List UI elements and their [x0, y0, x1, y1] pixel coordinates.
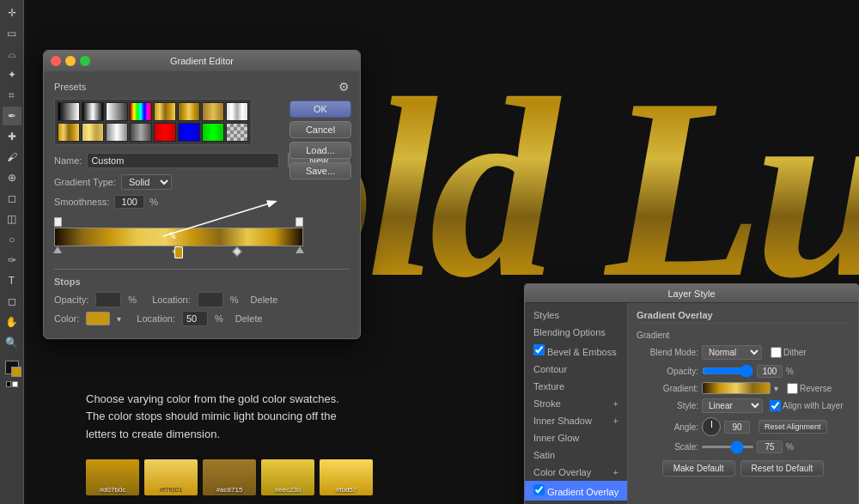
smoothness-label: Smoothness:: [54, 197, 109, 207]
reset-alignment-button[interactable]: Reset Alignment: [758, 420, 827, 434]
heal-tool[interactable]: ✚: [3, 127, 21, 146]
angle-dial[interactable]: [702, 417, 721, 436]
preset-red[interactable]: [154, 123, 176, 142]
styles-item-gradient-overlay2[interactable]: Gradient Overlay: [525, 501, 627, 504]
preset-checker[interactable]: [226, 123, 248, 142]
styles-item-inner-shadow[interactable]: Inner Shadow +: [525, 412, 627, 429]
gradient-overlay-checkbox[interactable]: [533, 484, 545, 495]
swatch-gold5[interactable]: #f0d57: [320, 459, 373, 495]
styles-item-satin[interactable]: Satin: [525, 446, 627, 464]
close-button[interactable]: [51, 56, 61, 66]
dither-checkbox[interactable]: [771, 347, 782, 358]
styles-item-inner-glow[interactable]: Inner Glow: [525, 429, 627, 446]
eyedropper-tool[interactable]: ✒: [3, 106, 21, 125]
magic-wand-tool[interactable]: ✦: [3, 65, 21, 84]
lasso-tool[interactable]: ⌓: [3, 45, 21, 64]
zoom-tool[interactable]: 🔍: [3, 333, 21, 352]
gradient-editor-dialog: Gradient Editor OK Cancel Load... Save..…: [43, 50, 361, 339]
preset-gold4[interactable]: [58, 123, 80, 142]
color-swatch-picker[interactable]: [86, 312, 110, 325]
save-button[interactable]: Save...: [289, 162, 351, 179]
ok-button[interactable]: OK: [289, 100, 351, 118]
styles-item-color-overlay[interactable]: Color Overlay +: [525, 464, 627, 481]
blend-mode-select[interactable]: Normal Multiply Screen Overlay: [702, 345, 762, 360]
minimize-button[interactable]: [65, 56, 76, 66]
preset-bwb[interactable]: [82, 102, 104, 121]
color-dropdown-icon[interactable]: ▾: [117, 314, 121, 324]
preset-white-trans[interactable]: [106, 102, 128, 121]
smoothness-input[interactable]: [114, 195, 144, 209]
opacity-stop-right[interactable]: [295, 217, 303, 227]
preset-silver1[interactable]: [226, 102, 248, 121]
eraser-tool[interactable]: ◻: [3, 189, 21, 208]
color-delete-button[interactable]: Delete: [235, 313, 263, 324]
preset-black-white[interactable]: [58, 102, 80, 121]
swatch-gold1[interactable]: #d07b0c: [86, 459, 139, 495]
reverse-label[interactable]: Reverse: [787, 383, 832, 394]
color-location-input[interactable]: [182, 311, 208, 326]
styles-item-styles[interactable]: Styles: [525, 307, 627, 324]
shape-tool[interactable]: ◻: [3, 292, 21, 311]
preset-rainbow[interactable]: [130, 102, 152, 121]
preset-silver2[interactable]: [106, 123, 128, 142]
opacity-delete-button[interactable]: Delete: [251, 295, 278, 305]
presets-gear-icon[interactable]: ⚙: [338, 80, 350, 94]
swatch-gold4[interactable]: #eec230: [261, 459, 314, 495]
make-default-button[interactable]: Make Default: [662, 460, 735, 477]
scale-slider[interactable]: [702, 446, 753, 448]
maximize-button[interactable]: [80, 56, 90, 66]
reset-to-default-button[interactable]: Reset to Default: [740, 460, 825, 477]
align-layer-label[interactable]: Align with Layer: [770, 400, 844, 411]
clone-tool[interactable]: ⊕: [3, 168, 21, 187]
gradient-dropdown-icon[interactable]: ▾: [774, 384, 778, 393]
gradient-type-select[interactable]: Solid Noise: [121, 174, 172, 190]
load-button[interactable]: Load...: [289, 142, 351, 159]
reverse-checkbox[interactable]: [787, 383, 798, 394]
gradient-preview[interactable]: [702, 382, 771, 394]
styles-item-contour[interactable]: Contour: [525, 361, 627, 378]
color-stop-middle[interactable]: [174, 246, 183, 258]
gradient-tool[interactable]: ◫: [3, 209, 21, 228]
style-select[interactable]: Linear Radial Angle Reflected Diamond: [702, 398, 763, 413]
opacity-value-input[interactable]: [757, 365, 783, 378]
scale-value-input[interactable]: [757, 440, 783, 453]
hand-tool[interactable]: ✋: [3, 313, 21, 331]
styles-item-blending[interactable]: Blending Options: [525, 324, 627, 341]
opacity-location-input[interactable]: [198, 292, 223, 307]
bevel-checkbox[interactable]: [533, 344, 545, 355]
preset-green[interactable]: [202, 123, 224, 142]
preset-gold2[interactable]: [178, 102, 200, 121]
align-layer-checkbox[interactable]: [770, 400, 781, 411]
brush-tool[interactable]: 🖌: [3, 148, 21, 167]
opacity-slider[interactable]: [702, 364, 753, 378]
midpoint-diamond-2[interactable]: [232, 246, 241, 256]
gradient-type-label: Gradient Type:: [54, 177, 116, 187]
styles-item-texture[interactable]: Texture: [525, 378, 627, 395]
opacity-stop-input[interactable]: [95, 292, 121, 307]
color-stop-left[interactable]: [53, 246, 62, 253]
swatch-gold2[interactable]: #f7f001: [144, 459, 198, 495]
crop-tool[interactable]: ⌗: [3, 86, 21, 105]
styles-item-gradient-overlay[interactable]: Gradient Overlay: [525, 481, 627, 501]
preset-silver3[interactable]: [130, 123, 152, 142]
color-stop-right[interactable]: [295, 246, 304, 253]
pen-tool[interactable]: ✑: [3, 251, 21, 270]
gradient-bar[interactable]: ✎: [54, 228, 303, 246]
styles-item-bevel[interactable]: Bevel & Emboss: [525, 341, 627, 361]
dither-label[interactable]: Dither: [771, 347, 807, 358]
preset-blue[interactable]: [178, 123, 200, 142]
preset-gold5[interactable]: [82, 123, 104, 142]
preset-gold1[interactable]: [154, 102, 176, 121]
preset-gold3[interactable]: [202, 102, 224, 121]
styles-item-stroke[interactable]: Stroke +: [525, 395, 627, 412]
text-tool[interactable]: T: [3, 271, 21, 290]
dodge-tool[interactable]: ○: [3, 230, 21, 249]
swatch-gold3[interactable]: #ac8715: [203, 459, 256, 495]
cancel-button[interactable]: Cancel: [289, 121, 351, 138]
layer-style-panel: Layer Style Styles Blending Options Beve…: [524, 283, 859, 504]
angle-input[interactable]: [724, 421, 750, 434]
marquee-tool[interactable]: ▭: [3, 24, 21, 43]
opacity-stop-left[interactable]: [54, 217, 62, 227]
name-input[interactable]: [87, 153, 279, 168]
move-tool[interactable]: ✛: [3, 3, 21, 22]
